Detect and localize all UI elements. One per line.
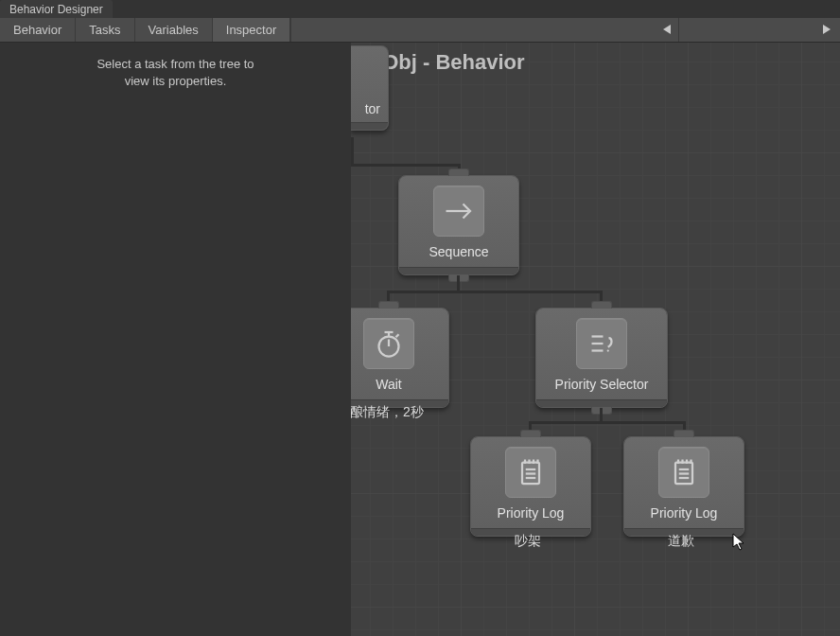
connector [351, 164, 461, 167]
priority-list-icon [576, 318, 627, 369]
node-priority-log-2[interactable]: Priority Log [623, 436, 744, 537]
svg-point-11 [607, 349, 609, 351]
port-in[interactable] [591, 301, 612, 309]
connector [387, 291, 603, 293]
inspector-hint: Select a task from the tree to view its … [13, 56, 338, 90]
nav-next-icon [821, 22, 832, 39]
node-priority-selector[interactable]: Priority Selector [535, 308, 668, 408]
node-priority-log-1-label: Priority Log [498, 505, 565, 521]
node-partial-selector[interactable]: tor [351, 45, 389, 131]
node-wait-label: Wait [376, 377, 401, 392]
window-title: Behavior Designer [9, 3, 103, 16]
inspector-panel: Select a task from the tree to view its … [0, 43, 351, 636]
node-sequence[interactable]: Sequence [398, 175, 519, 275]
port-in[interactable] [520, 430, 541, 437]
notepad-icon [505, 447, 556, 498]
node-partial-label: tor [365, 101, 380, 116]
node-priority-log-2-comment: 道歉 [668, 533, 694, 550]
toolbar: Behavior Tasks Variables Inspector [0, 18, 840, 43]
svg-marker-1 [823, 25, 831, 34]
node-priority-log-2-label: Priority Log [651, 505, 718, 521]
port-in[interactable] [378, 301, 399, 309]
node-wait[interactable]: Wait [351, 308, 449, 408]
connector [529, 421, 686, 424]
tab-inspector[interactable]: Inspector [213, 18, 290, 42]
window-title-tab[interactable]: Behavior Designer [0, 0, 113, 18]
connector [600, 408, 603, 421]
main: Select a task from the tree to view its … [0, 43, 840, 636]
tab-variables[interactable]: Variables [135, 18, 213, 42]
port-in[interactable] [674, 430, 694, 437]
node-priority-log-1[interactable]: Priority Log [470, 436, 591, 537]
tab-behavior[interactable]: Behavior [0, 18, 76, 42]
notepad-icon [658, 447, 709, 498]
tab-tasks[interactable]: Tasks [76, 18, 134, 42]
node-priority-log-1-comment: 吵架 [515, 533, 541, 550]
connector [351, 137, 354, 164]
stopwatch-icon [363, 318, 414, 369]
arrow-right-icon [433, 186, 484, 237]
nav-next[interactable] [679, 18, 840, 42]
connector [457, 275, 460, 291]
svg-marker-28 [733, 534, 744, 550]
nav-prev-icon[interactable] [661, 22, 673, 39]
node-priority-selector-label: Priority Selector [555, 377, 649, 392]
mouse-cursor-icon [732, 533, 744, 550]
graph-canvas[interactable]: BtObj - Behavior tor Sequence [351, 43, 840, 636]
inspector-hint-line2: view its properties. [125, 74, 227, 88]
inspector-hint-line1: Select a task from the tree to [96, 57, 254, 71]
port-in[interactable] [448, 168, 469, 176]
svg-line-7 [396, 334, 399, 337]
title-bar: Behavior Designer [0, 0, 840, 18]
node-wait-comment: 酿情绪，2秒 [351, 404, 424, 421]
node-sequence-label: Sequence [429, 244, 488, 259]
svg-marker-0 [663, 25, 671, 34]
